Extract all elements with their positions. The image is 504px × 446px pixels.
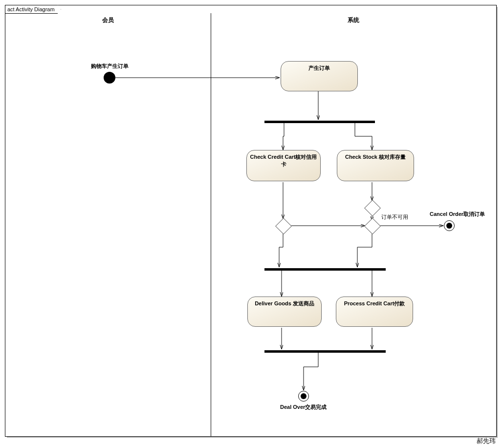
- edges: [5, 5, 496, 436]
- activity-process-credit: Process Credit Cart付款: [336, 297, 413, 327]
- swimlane-divider: [211, 13, 211, 436]
- join-bar-3: [264, 350, 386, 353]
- fork-bar-1: [264, 121, 375, 123]
- activity-check-credit: Check Credit Cart核对信用卡: [246, 150, 321, 181]
- start-node: [104, 72, 115, 84]
- diagram-sheet: act Activity Diagram 会员 系统: [5, 5, 497, 437]
- activity-deliver-goods: Deliver Goods 发送商品: [247, 297, 322, 327]
- merge-node: [364, 218, 381, 234]
- decision-credit: [275, 218, 292, 234]
- swimlane-header-left: 会员: [5, 16, 211, 24]
- cancel-label: Cancel Order取消订单: [430, 211, 485, 218]
- swimlane-header-right: 系统: [211, 16, 496, 24]
- dealover-label: Deal Over交易完成: [280, 404, 327, 411]
- start-label: 购物车产生订单: [91, 63, 129, 70]
- guard-unavailable: 订单不可用: [381, 213, 408, 221]
- diagram-title-tab: act Activity Diagram: [5, 5, 61, 14]
- end-node-dealover: [298, 391, 309, 402]
- activity-check-stock: Check Stock 核对库存量: [337, 150, 414, 181]
- signature: 郝先玮: [477, 437, 496, 446]
- join-bar-2: [264, 268, 386, 271]
- activity-generate-order: 产生订单: [281, 61, 358, 91]
- end-node-cancel: [444, 220, 455, 231]
- decision-stock: [364, 200, 381, 216]
